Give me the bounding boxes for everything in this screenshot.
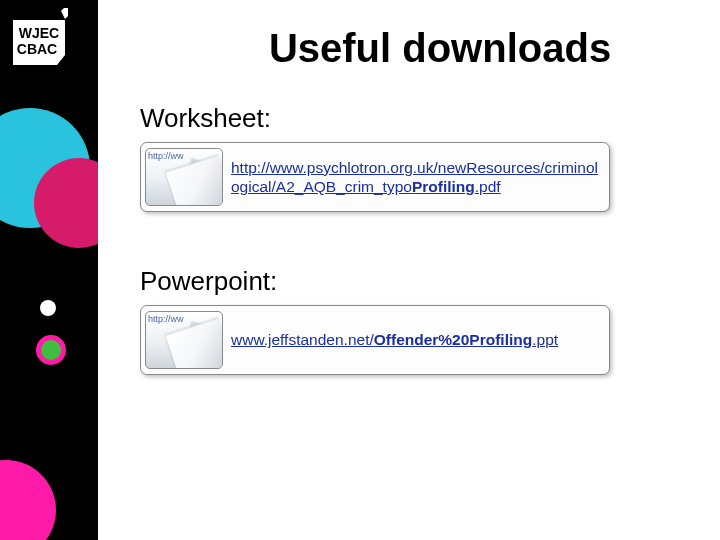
link-bold: Offender%20Profiling <box>374 331 532 348</box>
svg-marker-2 <box>13 11 65 20</box>
link-thumbnail-icon <box>145 148 223 206</box>
download-card[interactable]: http://www.psychlotron.org.uk/newResourc… <box>140 142 610 212</box>
download-link[interactable]: http://www.psychlotron.org.uk/newResourc… <box>231 158 605 197</box>
svg-text:WJEC: WJEC <box>19 25 59 41</box>
link-suffix: .pdf <box>475 178 501 195</box>
slide-content: Useful downloads Worksheet: http://www.p… <box>120 0 700 540</box>
section-label: Powerpoint: <box>140 266 700 297</box>
decorative-circle <box>40 300 56 316</box>
svg-text:CBAC: CBAC <box>17 41 57 57</box>
link-thumbnail-icon <box>145 311 223 369</box>
decorative-circle <box>36 335 66 365</box>
decorative-circle <box>0 460 56 540</box>
link-suffix: .ppt <box>532 331 558 348</box>
page-title: Useful downloads <box>120 0 700 71</box>
link-prefix: www.jeffstanden.net/ <box>231 331 374 348</box>
wjec-cbac-logo: WJEC CBAC <box>10 8 68 66</box>
link-bold: Profiling <box>412 178 475 195</box>
download-link[interactable]: www.jeffstanden.net/Offender%20Profiling… <box>231 330 605 349</box>
section-label: Worksheet: <box>140 103 700 134</box>
download-card[interactable]: www.jeffstanden.net/Offender%20Profiling… <box>140 305 610 375</box>
decorative-sidebar: WJEC CBAC <box>0 0 98 540</box>
